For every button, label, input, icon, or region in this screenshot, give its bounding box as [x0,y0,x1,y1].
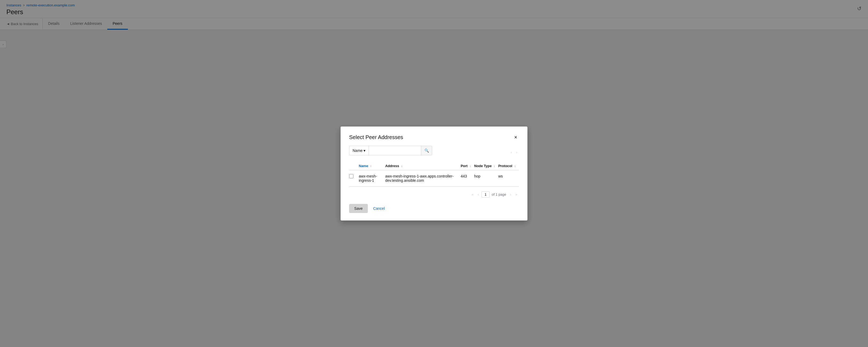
row-checkbox-cell[interactable] [349,170,359,187]
peers-table: Name ↑ Address ↕ Port ↕ Node Type [349,162,519,187]
pag-current-page[interactable]: 1 [482,191,490,197]
search-icon: 🔍 [424,149,429,153]
search-filter-dropdown-icon: ▾ [364,149,365,153]
row-port: 443 [461,170,474,187]
top-pagination: ‹ › [509,149,519,155]
modal-title: Select Peer Addresses [349,134,403,140]
cancel-button[interactable]: Cancel [372,204,386,213]
pag-of-label: of 1 page [492,192,506,196]
pag-next-button[interactable]: › [508,191,513,197]
bottom-pagination: « ‹ 1 of 1 page › » [349,188,519,198]
row-checkbox[interactable] [349,174,353,178]
col-header-node-type[interactable]: Node Type ↕ [474,162,498,170]
sort-icon-address: ↕ [401,165,403,168]
modal-footer: Save Cancel [349,204,519,213]
row-name: awx-mesh-ingress-1 [359,170,385,187]
search-input[interactable] [369,146,421,155]
col-header-name[interactable]: Name ↑ [359,162,385,170]
search-filter-dropdown[interactable]: Name ▾ [349,146,369,155]
modal-overlay: Select Peer Addresses × Name ▾ 🔍 ‹ [0,0,868,347]
search-button[interactable]: 🔍 [421,146,432,155]
save-button[interactable]: Save [349,204,368,213]
row-node-type: hop [474,170,498,187]
sort-icon-protocol: ↕ [514,165,516,168]
col-header-protocol[interactable]: Protocol ↕ [498,162,519,170]
search-bar: Name ▾ 🔍 [349,146,432,155]
col-header-checkbox [349,162,359,170]
top-next-button[interactable]: › [515,149,519,155]
row-protocol: ws [498,170,519,187]
sort-icon-name: ↑ [370,165,372,168]
modal-close-button[interactable]: × [513,134,519,140]
sort-icon-port: ↕ [470,165,471,168]
sort-icon-node-type: ↕ [494,165,495,168]
modal-select-peer-addresses: Select Peer Addresses × Name ▾ 🔍 ‹ [341,127,527,220]
modal-header: Select Peer Addresses × [349,134,519,140]
row-address: awx-mesh-ingress-1-awx.apps.controller-d… [385,170,461,187]
col-header-port[interactable]: Port ↕ [461,162,474,170]
pag-prev-button[interactable]: ‹ [476,191,480,197]
pag-first-button[interactable]: « [470,191,475,197]
table-row: awx-mesh-ingress-1 awx-mesh-ingress-1-aw… [349,170,519,187]
col-header-address[interactable]: Address ↕ [385,162,461,170]
pag-last-button[interactable]: » [514,191,519,197]
search-filter-label: Name [352,149,363,153]
top-prev-button[interactable]: ‹ [509,149,513,155]
